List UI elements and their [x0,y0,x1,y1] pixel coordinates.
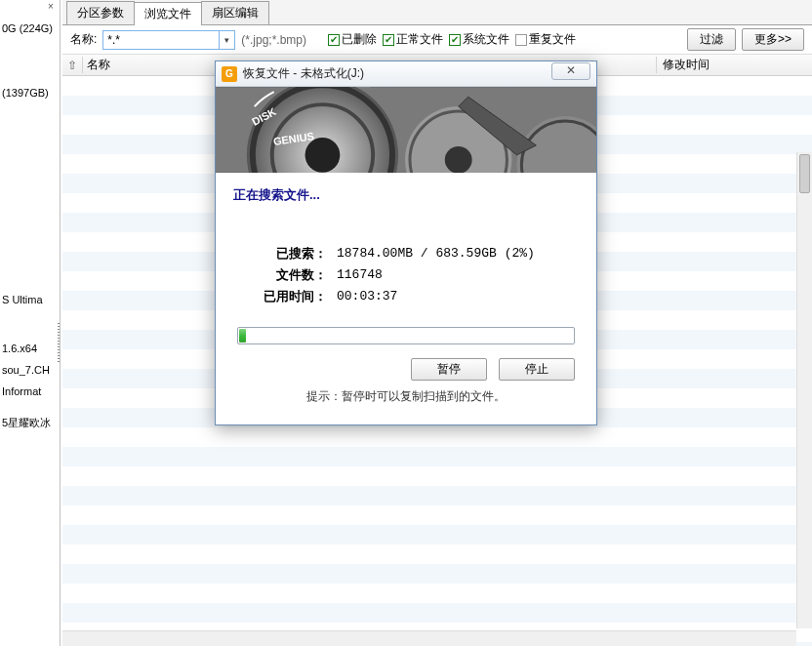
app-icon: G [222,66,237,82]
dialog-close-button[interactable]: ✕ [551,62,590,80]
elapsed-value: 00:03:37 [327,286,397,307]
name-filter-dropdown-icon[interactable]: ▾ [220,30,235,50]
search-stats: 已搜索：18784.00MB / 683.59GB (2%) 文件数：11674… [259,243,579,307]
col-modtime[interactable]: 修改时间 [656,57,812,73]
vertical-scrollbar[interactable] [796,152,812,628]
horizontal-scrollbar[interactable] [62,630,796,646]
searched-value: 18784.00MB / 683.59GB (2%) [327,243,535,264]
svg-point-9 [445,146,472,173]
up-icon[interactable]: ⇧ [62,59,82,72]
searched-label: 已搜索： [259,243,327,264]
tab-partition-params[interactable]: 分区参数 [66,1,135,24]
tab-browse-files[interactable]: 浏览文件 [134,2,202,25]
dialog-body: 正在搜索文件... 已搜索：18784.00MB / 683.59GB (2%)… [216,173,596,424]
dialog-title: 恢复文件 - 未格式化(J:) [243,65,546,82]
left-tree-panel: × 0G (224G) (1397GB) S Ultima 1.6.x64 so… [0,0,61,646]
file-label-4[interactable]: 5星耀欧冰 [0,412,60,433]
dialog-titlebar[interactable]: G 恢复文件 - 未格式化(J:) ✕ [216,61,596,87]
files-value: 116748 [327,264,383,286]
elapsed-label: 已用时间： [259,286,327,307]
checkbox-duplicate[interactable]: ✔重复文件 [515,31,576,48]
more-button[interactable]: 更多>> [742,28,804,51]
file-label-3[interactable]: Informat [0,381,60,402]
name-filter-label: 名称: [70,31,97,48]
files-label: 文件数： [259,264,327,286]
checkbox-system[interactable]: ✔系统文件 [449,31,509,48]
drive-label-2[interactable]: (1397GB) [0,82,60,103]
tab-bar: 分区参数 浏览文件 扇区编辑 [62,0,812,25]
pattern-hint: (*.jpg;*.bmp) [241,33,306,47]
filter-bar: 名称: ▾ (*.jpg;*.bmp) ✔已删除 ✔正常文件 ✔系统文件 ✔重复… [62,25,812,55]
os-label: S Ultima [0,289,60,310]
dialog-tip: 提示：暂停时可以复制扫描到的文件。 [233,388,579,415]
tab-sector-edit[interactable]: 扇区编辑 [201,1,269,24]
progress-bar [237,327,575,344]
progress-fill [239,329,246,343]
dialog-banner-image: DISK GENIUS [216,87,596,173]
splitter-handle[interactable] [58,323,61,362]
name-filter-input[interactable] [102,30,220,50]
checkbox-deleted[interactable]: ✔已删除 [328,31,377,48]
drive-label-1[interactable]: 0G (224G) [0,18,60,39]
svg-point-4 [305,138,341,173]
filter-button[interactable]: 过滤 [687,28,736,51]
checkbox-normal[interactable]: ✔正常文件 [383,31,443,48]
pause-button[interactable]: 暂停 [411,358,487,381]
search-status: 正在搜索文件... [233,186,579,204]
close-panel-icon[interactable]: × [44,0,58,14]
stop-button[interactable]: 停止 [499,358,575,381]
recover-files-dialog: G 恢复文件 - 未格式化(J:) ✕ DISK GENIUS 正在搜索文件..… [215,61,597,425]
file-label-2[interactable]: sou_7.CH [0,359,60,381]
file-label-1[interactable]: 1.6.x64 [0,338,60,359]
